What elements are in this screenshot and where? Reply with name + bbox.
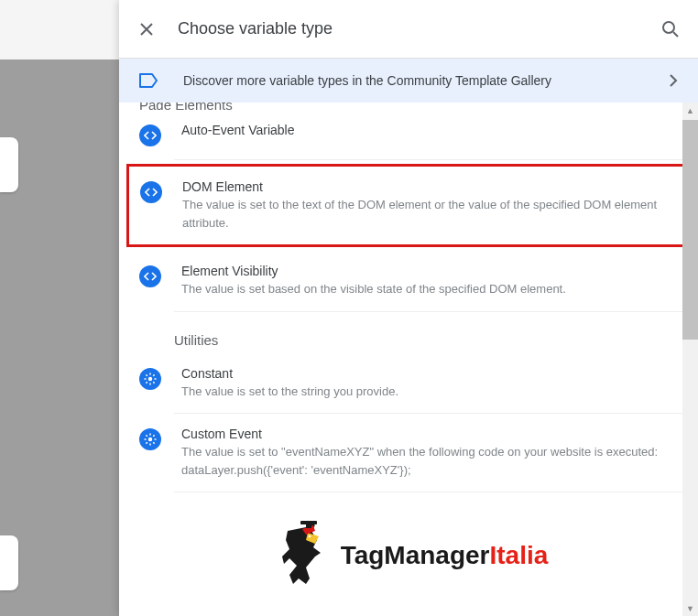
brand-part2: Italia [490, 541, 549, 569]
variable-item-auto-event[interactable]: Auto-Event Variable [119, 110, 698, 159]
gear-icon [139, 368, 161, 390]
scroll-up-icon[interactable]: ▲ [682, 103, 698, 118]
variable-title: Element Visibility [181, 264, 678, 278]
scrollbar-thumb[interactable] [682, 120, 698, 340]
divider [174, 159, 683, 160]
search-icon [661, 20, 680, 38]
dim-backdrop [0, 59, 119, 616]
variable-item-dom-element[interactable]: DOM Element The value is set to the text… [129, 167, 682, 244]
variable-item-element-visibility[interactable]: Element Visibility The value is set base… [119, 251, 698, 311]
section-heading-utilities: Utilities [119, 312, 698, 353]
choose-variable-panel: Choose variable type Discover more varia… [119, 0, 698, 616]
brand-part1: TagManager [341, 541, 490, 569]
variable-desc: The value is set to "eventNameXYZ" when … [181, 443, 678, 479]
variable-title: Auto-Event Variable [181, 123, 678, 137]
divider [174, 492, 683, 492]
variable-title: Constant [181, 366, 678, 381]
brand-watermark: TagManagerItalia [119, 520, 698, 591]
close-button[interactable] [136, 18, 158, 40]
tag-icon [139, 73, 158, 88]
close-icon [139, 22, 154, 37]
search-button[interactable] [660, 18, 682, 40]
variable-desc: The value is set based on the visible st… [181, 280, 678, 298]
svg-rect-4 [306, 523, 311, 528]
svg-point-5 [308, 535, 311, 538]
chevron-right-icon [669, 74, 678, 87]
gear-icon [139, 428, 161, 450]
banner-text: Discover more variable types in the Comm… [183, 73, 643, 88]
variable-desc: The value is set to the string you provi… [181, 383, 678, 401]
panel-header: Choose variable type [119, 0, 698, 59]
variable-title: Custom Event [181, 427, 678, 441]
svg-point-0 [663, 22, 674, 33]
panel-title: Choose variable type [178, 19, 639, 38]
svg-point-2 [148, 438, 152, 441]
background-card [0, 535, 18, 590]
brand-name: TagManagerItalia [341, 541, 549, 570]
section-heading-page-elements: Page Elements [119, 103, 698, 110]
code-icon [140, 181, 162, 203]
variable-list: Page Elements Auto-Event Variable DOM El… [119, 103, 698, 610]
woodpecker-icon [269, 520, 333, 591]
background-card [0, 137, 18, 192]
highlighted-item: DOM Element The value is set to the text… [126, 164, 685, 247]
variable-desc: The value is set to the text of the DOM … [182, 196, 671, 232]
code-icon [139, 124, 161, 146]
scroll-area: Page Elements Auto-Event Variable DOM El… [119, 103, 698, 616]
variable-item-custom-event[interactable]: Custom Event The value is set to "eventN… [119, 414, 698, 492]
variable-item-constant[interactable]: Constant The value is set to the string … [119, 353, 698, 414]
scroll-down-icon[interactable]: ▼ [682, 600, 698, 616]
variable-title: DOM Element [182, 179, 671, 194]
scrollbar[interactable]: ▲ ▼ [682, 103, 698, 616]
code-icon [139, 265, 161, 287]
community-gallery-banner[interactable]: Discover more variable types in the Comm… [119, 59, 698, 103]
svg-point-1 [148, 376, 152, 380]
